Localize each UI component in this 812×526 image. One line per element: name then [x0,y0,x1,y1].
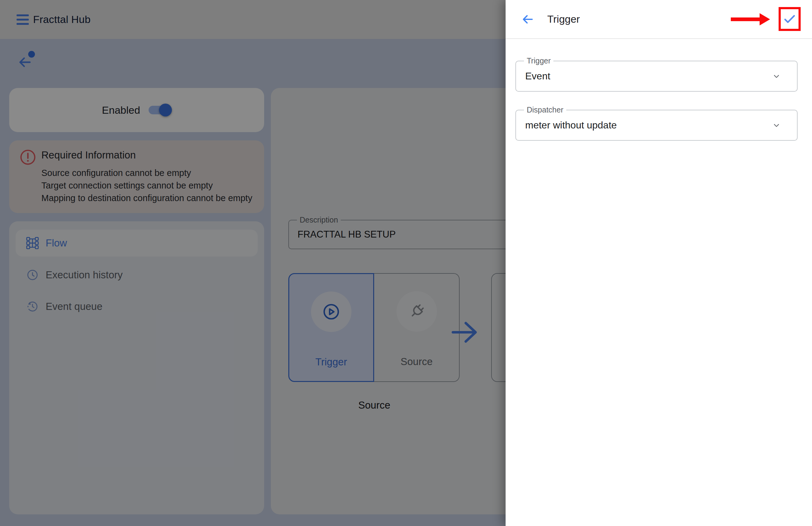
drawer-header: Trigger [506,0,812,39]
drawer-back-button[interactable] [521,13,534,26]
trigger-drawer: Trigger Trigger Event [506,0,812,526]
chevron-down-icon [772,72,781,81]
check-icon [782,12,797,26]
dispatcher-select-value: meter without update [525,110,617,140]
confirm-button[interactable] [779,7,801,31]
drawer-title: Trigger [547,0,580,38]
trigger-select[interactable]: Trigger Event [516,61,798,92]
chevron-down-icon [772,121,781,130]
fracttal-hub-app: Fracttal Hub Enabled Required Informatio… [0,0,812,526]
annotation-arrow-icon [731,13,771,26]
trigger-select-value: Event [525,61,550,91]
dispatcher-select[interactable]: Dispatcher meter without update [516,110,798,141]
